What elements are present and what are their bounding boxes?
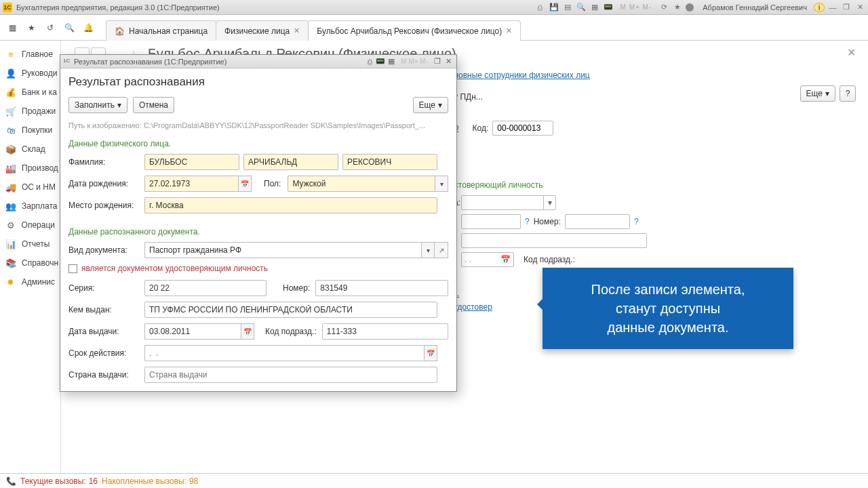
help-icon[interactable]: ? [525,217,530,226]
series-label: Серия: [68,283,144,293]
sidebar-item[interactable]: 📦Склад [0,140,60,159]
issued-by-input[interactable] [144,302,437,318]
print-icon[interactable]: ⎙ [535,3,546,12]
doctype-select[interactable] [144,242,421,258]
window-minimize-icon[interactable]: — [827,3,838,12]
star-icon[interactable]: ★ [24,21,38,35]
close-icon[interactable]: ✕ [294,26,300,35]
fill-button[interactable]: Заполнить ▾ [68,97,127,113]
help-icon[interactable]: ? [634,217,639,226]
dept-code-label: Код подразд.: [265,327,317,336]
dob-input[interactable] [144,176,238,192]
print-icon[interactable]: ⎙ [364,57,375,66]
calendar-icon[interactable]: 📅 [424,345,437,361]
page-close-icon[interactable]: ✕ [847,46,856,59]
sidebar-item[interactable]: ⚙Операци [0,216,60,235]
identity-doc-checkbox[interactable] [68,264,77,273]
tab-individuals[interactable]: Физические лица ✕ [216,20,309,41]
pob-input[interactable] [144,197,437,214]
tabstrip: 🏠 Начальная страница Физические лица ✕ Б… [106,15,520,40]
dept-code-input[interactable] [322,323,448,340]
window-close-icon[interactable]: ✕ [854,3,865,12]
nav-label: Справочн [22,258,58,268]
lastname-input[interactable] [144,154,239,170]
macro-indicator: M M+ M- [620,3,652,11]
sidebar-item[interactable]: 📚Справочн [0,253,60,272]
path-value: C:\ProgramData\ABBYY\SDK\12\PassportRead… [144,121,425,129]
chevron-down-icon[interactable]: ▾ [435,176,448,192]
close-icon[interactable]: ✕ [506,26,512,35]
help-button[interactable]: ? [840,85,856,102]
sidebar-item[interactable]: 🛍Покупки [0,121,60,140]
nav-label: Операци [22,220,55,230]
info-callout: После записи элемента, станут доступны д… [542,268,793,349]
link-main-employees[interactable]: Основные сотрудники физических лиц [443,70,590,80]
tab-individual-card[interactable]: Бульбос Арчибальд Рексович (Физическое л… [308,20,521,41]
sidebar-item[interactable]: 👤Руководи [0,64,60,83]
country-input[interactable] [144,367,437,383]
status-current-value: 16 [89,476,98,486]
bell-icon[interactable]: 🔔 [81,21,95,35]
doc-type-select[interactable]: ▾ [461,195,556,210]
save-icon[interactable]: 💾 [549,3,559,12]
history-icon[interactable]: ↺ [43,21,57,35]
dialog-titlebar: 1C Результат распознавания (1С:Предприят… [60,55,456,68]
compare-icon[interactable]: ▤ [562,3,573,12]
nav-icon: 👤 [5,68,16,79]
search-icon[interactable]: 🔍 [62,21,76,35]
section-person: Данные физического лица. [68,139,448,148]
chevron-down-icon: ▾ [825,89,829,98]
number-input[interactable] [315,280,448,296]
sidebar-item[interactable]: ≡Главное [0,45,60,64]
cancel-button[interactable]: Отмена [133,97,174,113]
open-icon[interactable]: ↗ [435,242,448,258]
nav-icon: 🛒 [5,106,16,117]
calc-icon[interactable]: 📟 [375,57,386,66]
more-button[interactable]: Еще ▾ [800,85,835,102]
nav-icon: 📦 [5,144,16,155]
callout-line: станут доступны [557,299,778,318]
sidebar-item[interactable]: 🏭Производ [0,159,60,178]
window-close-icon[interactable]: ✕ [443,57,454,66]
find-icon[interactable]: 🔍 [576,3,587,12]
calendar-icon[interactable]: 📅 [241,323,254,340]
window-restore-icon[interactable]: ❐ [841,3,852,12]
sidebar-item[interactable]: 🚚ОС и НМ [0,178,60,197]
calendar-icon[interactable]: ▦ [386,57,397,66]
chevron-down-icon[interactable]: ▾ [421,242,435,258]
calendar-icon[interactable]: ▦ [589,3,600,12]
sidebar-item[interactable]: 👥Зарплата [0,197,60,216]
valid-until-input[interactable] [144,345,424,361]
calc-icon[interactable]: 📟 [603,3,614,12]
info-icon[interactable]: i [814,3,825,12]
sex-select[interactable] [288,176,435,192]
nav-label: Руководи [22,68,57,78]
series-input[interactable] [144,280,267,296]
sidebar-item[interactable]: 📊Отчеты [0,235,60,253]
refresh-icon[interactable]: ⟳ [658,3,669,12]
calendar-icon[interactable]: 📅 [238,176,252,192]
user-name: Абрамов Геннадий Сергеевич [703,3,807,12]
number-input[interactable] [565,214,630,229]
calendar-icon[interactable]: 📅 [500,255,511,264]
firstname-input[interactable] [243,154,338,170]
middlename-input[interactable] [342,154,437,170]
apps-icon[interactable]: ▦ [5,21,19,35]
app-icon: 1C [3,3,12,12]
favorite-icon[interactable]: ★ [672,3,683,12]
tab-home[interactable]: 🏠 Начальная страница [106,20,216,41]
window-restore-icon[interactable]: ❐ [432,57,443,66]
nav-icon: ≡ [5,49,16,60]
issued-by-label: Кем выдан: [68,305,144,314]
sidebar-item[interactable]: ✸Админис [0,272,60,291]
sidebar-item[interactable]: 🛒Продажи [0,102,60,121]
issued-by-input[interactable] [461,233,647,248]
code-input[interactable] [492,121,553,136]
issue-date-input[interactable]: . .📅 [461,252,514,267]
sidebar-item[interactable]: 💰Банк и ка [0,83,60,102]
more-button[interactable]: Еще ▾ [413,97,448,113]
doctype-label: Вид документа: [68,245,144,255]
tab-label: Бульбос Арчибальд Рексович (Физическое л… [317,26,502,36]
series-input[interactable] [461,214,521,229]
issue-date-input[interactable] [144,323,241,340]
